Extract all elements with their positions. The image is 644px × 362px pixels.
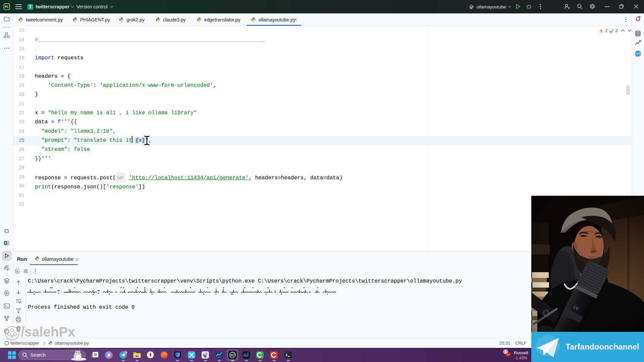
svg-text:PC: PC <box>230 354 234 357</box>
svg-text:PC: PC <box>5 5 8 8</box>
svg-text:30: 30 <box>124 352 127 354</box>
